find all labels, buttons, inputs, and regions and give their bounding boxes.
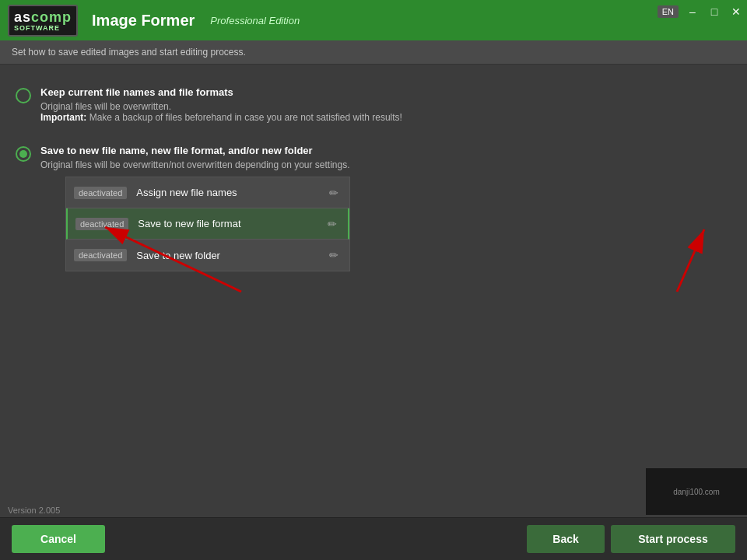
badge-1: deactivated	[75, 218, 128, 230]
subtitle-text: Set how to save edited images and start …	[12, 47, 246, 58]
option1-important: Important: Make a backup of files before…	[40, 112, 402, 123]
cancel-button[interactable]: Cancel	[12, 525, 105, 553]
option2-label: Save to new file name, new file format, …	[40, 145, 350, 156]
logo-box: ascomp SOFTWARE	[8, 5, 78, 37]
subtitle-bar: Set how to save edited images and start …	[0, 40, 747, 65]
close-button[interactable]: ✕	[725, 0, 747, 23]
settings-table: deactivated Assign new file names ✏ deac…	[65, 177, 350, 271]
software-label: SOFTWARE	[14, 24, 72, 32]
badge-0: deactivated	[74, 187, 127, 199]
watermark: danji100.com	[646, 468, 747, 515]
edit-button-1[interactable]: ✏	[321, 212, 344, 236]
logo-text: ascomp SOFTWARE	[14, 9, 72, 32]
option1-row: Keep current file names and file formats…	[12, 80, 735, 129]
bottom-bar: Cancel Back Start process	[0, 517, 747, 560]
important-prefix: Important:	[40, 112, 86, 123]
minimize-button[interactable]: –	[682, 0, 703, 23]
settings-row-0: deactivated Assign new file names ✏	[66, 177, 349, 208]
option2-text: Save to new file name, new file format, …	[40, 145, 350, 271]
option2-radio[interactable]	[16, 146, 31, 162]
back-button[interactable]: Back	[527, 525, 605, 553]
option1-desc1: Original files will be overwritten.	[40, 101, 402, 112]
option1-radio[interactable]	[16, 88, 31, 103]
logo-area: ascomp SOFTWARE Image Former Professiona…	[8, 5, 300, 37]
lang-badge: EN	[658, 5, 679, 18]
titlebar: ascomp SOFTWARE Image Former Professiona…	[0, 0, 747, 40]
settings-label-1: Save to new file format	[138, 218, 320, 229]
option2-desc1: Original files will be overwritten/not o…	[40, 159, 350, 170]
option2-row: Save to new file name, new file format, …	[12, 138, 735, 278]
main-content: Keep current file names and file formats…	[0, 65, 747, 303]
start-process-button[interactable]: Start process	[611, 525, 735, 553]
window-controls: EN – □ ✕	[658, 0, 747, 23]
logo-as: as	[14, 9, 31, 25]
settings-row-2: deactivated Save to new folder ✏	[66, 240, 349, 271]
settings-row-1: deactivated Save to new file format ✏	[66, 208, 349, 240]
version-label: Version 2.005	[8, 506, 60, 515]
important-text: Make a backup of files beforehand in cas…	[89, 112, 402, 123]
option1-label: Keep current file names and file formats	[40, 86, 402, 98]
edition-label: Professional Edition	[210, 15, 300, 26]
logo-comp: comp	[31, 9, 72, 25]
badge-2: deactivated	[74, 249, 127, 261]
app-title: Image Former	[92, 12, 195, 30]
edit-button-2[interactable]: ✏	[322, 243, 345, 267]
option1-text: Keep current file names and file formats…	[40, 86, 402, 123]
maximize-button[interactable]: □	[703, 0, 725, 23]
edit-button-0[interactable]: ✏	[322, 181, 345, 205]
settings-label-2: Save to new folder	[136, 250, 321, 261]
settings-label-0: Assign new file names	[136, 187, 321, 198]
